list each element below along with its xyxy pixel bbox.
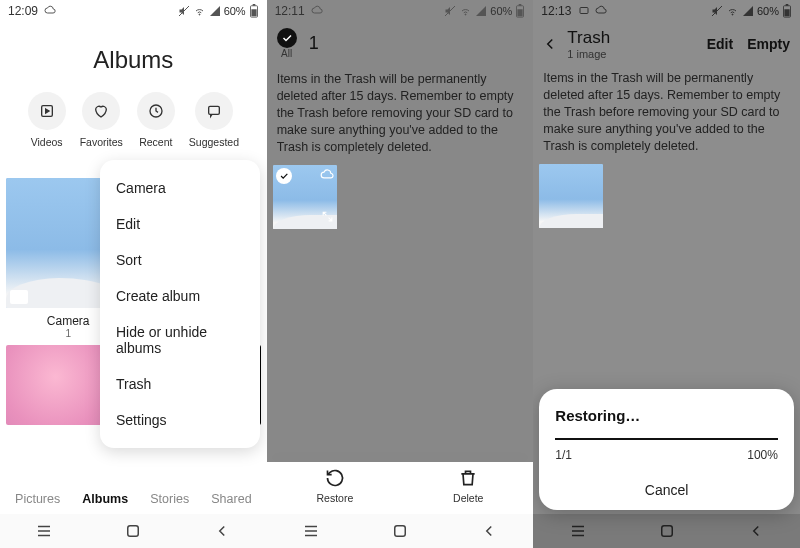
nav-back-icon[interactable] bbox=[480, 522, 498, 540]
trash-message: Items in the Trash will be permanently d… bbox=[533, 64, 800, 164]
tab-stories[interactable]: Stories bbox=[150, 492, 189, 506]
category-chips: Videos Favorites Recent Suggested bbox=[0, 92, 267, 148]
chip-suggested[interactable]: Suggested bbox=[189, 92, 239, 148]
progress-bar bbox=[555, 438, 778, 440]
mute-icon bbox=[444, 5, 456, 17]
trash-thumbnail[interactable] bbox=[273, 165, 337, 229]
trash-icon bbox=[458, 468, 478, 488]
bottom-tabs: Pictures Albums Stories Shared bbox=[0, 484, 267, 514]
nav-home-icon[interactable] bbox=[124, 522, 142, 540]
svg-point-13 bbox=[465, 14, 466, 15]
chip-videos[interactable]: Videos bbox=[28, 92, 66, 148]
svg-rect-21 bbox=[580, 8, 588, 14]
battery-icon bbox=[515, 4, 525, 18]
menu-hide-unhide[interactable]: Hide or unhide albums bbox=[100, 314, 260, 366]
signal-icon bbox=[475, 5, 487, 17]
menu-trash[interactable]: Trash bbox=[100, 366, 260, 402]
check-icon bbox=[281, 32, 293, 44]
trash-header: Trash 1 image Edit Empty bbox=[533, 22, 800, 64]
tab-shared[interactable]: Shared bbox=[211, 492, 251, 506]
mute-icon bbox=[178, 5, 190, 17]
chip-recent[interactable]: Recent bbox=[137, 92, 175, 148]
trash-subtitle: 1 image bbox=[567, 48, 698, 60]
trash-thumbnail[interactable] bbox=[539, 164, 603, 228]
status-right: 60% bbox=[444, 4, 525, 18]
progress-percent: 100% bbox=[747, 448, 778, 462]
svg-rect-16 bbox=[518, 9, 523, 16]
expand-icon[interactable] bbox=[321, 210, 334, 226]
empty-button[interactable]: Empty bbox=[747, 36, 790, 52]
nav-bar bbox=[267, 514, 534, 548]
menu-edit[interactable]: Edit bbox=[100, 206, 260, 242]
mute-icon bbox=[711, 5, 723, 17]
battery-icon bbox=[782, 4, 792, 18]
nav-recent-icon[interactable] bbox=[569, 522, 587, 540]
status-bar: 12:09 60% bbox=[0, 0, 267, 22]
back-icon[interactable] bbox=[541, 35, 559, 53]
svg-rect-25 bbox=[786, 4, 789, 6]
menu-sort[interactable]: Sort bbox=[100, 242, 260, 278]
clock-icon bbox=[148, 103, 164, 119]
progress-count: 1/1 bbox=[555, 448, 572, 462]
trash-title: Trash bbox=[567, 28, 698, 48]
battery-icon bbox=[249, 4, 259, 18]
nav-back-icon[interactable] bbox=[747, 522, 765, 540]
wifi-icon bbox=[193, 5, 206, 17]
nav-home-icon[interactable] bbox=[391, 522, 409, 540]
heart-icon bbox=[93, 103, 109, 119]
chat-icon bbox=[206, 103, 222, 119]
wifi-icon bbox=[726, 5, 739, 17]
select-all-label: All bbox=[281, 48, 292, 59]
nav-bar bbox=[533, 514, 800, 548]
camera-badge-icon bbox=[10, 290, 28, 304]
tab-pictures[interactable]: Pictures bbox=[15, 492, 60, 506]
battery-text: 60% bbox=[757, 5, 779, 17]
page-title: Albums bbox=[0, 46, 267, 74]
svg-rect-30 bbox=[661, 526, 672, 537]
edit-button[interactable]: Edit bbox=[707, 36, 733, 52]
context-menu: Camera Edit Sort Create album Hide or un… bbox=[100, 160, 260, 448]
dialog-title: Restoring… bbox=[555, 407, 778, 424]
status-bar: 12:13 60% bbox=[533, 0, 800, 22]
svg-rect-3 bbox=[252, 4, 255, 6]
status-time: 12:13 bbox=[541, 4, 607, 18]
menu-create-album[interactable]: Create album bbox=[100, 278, 260, 314]
restore-button[interactable]: Restore bbox=[317, 468, 354, 504]
cancel-button[interactable]: Cancel bbox=[555, 476, 778, 498]
svg-rect-26 bbox=[784, 9, 789, 16]
nav-recent-icon[interactable] bbox=[302, 522, 320, 540]
cloud-icon bbox=[320, 168, 334, 185]
status-right: 60% bbox=[711, 4, 792, 18]
nav-home-icon[interactable] bbox=[658, 522, 676, 540]
signal-icon bbox=[209, 5, 221, 17]
svg-rect-4 bbox=[251, 9, 256, 16]
nav-bar bbox=[0, 514, 267, 548]
menu-camera[interactable]: Camera bbox=[100, 170, 260, 206]
play-icon bbox=[39, 103, 55, 119]
restore-dialog: Restoring… 1/1 100% Cancel bbox=[539, 389, 794, 510]
status-time: 12:09 bbox=[8, 4, 56, 18]
svg-rect-11 bbox=[128, 526, 139, 537]
menu-settings[interactable]: Settings bbox=[100, 402, 260, 438]
status-right: 60% bbox=[178, 4, 259, 18]
status-bar: 12:11 60% bbox=[267, 0, 534, 22]
selection-header: All 1 bbox=[267, 22, 534, 65]
screen-trash-select: 12:11 60% All 1 Items in the Trash will … bbox=[267, 0, 534, 548]
screen-trash-restore: 12:13 60% Trash 1 image Edit Empty Items… bbox=[533, 0, 800, 548]
nav-back-icon[interactable] bbox=[213, 522, 231, 540]
trash-message: Items in the Trash will be permanently d… bbox=[267, 65, 534, 165]
delete-button[interactable]: Delete bbox=[453, 468, 483, 504]
thumb-check-icon bbox=[276, 168, 292, 184]
svg-point-1 bbox=[199, 14, 200, 15]
svg-rect-20 bbox=[395, 526, 406, 537]
chip-favorites[interactable]: Favorites bbox=[80, 92, 123, 148]
battery-text: 60% bbox=[224, 5, 246, 17]
restore-icon bbox=[325, 468, 345, 488]
tab-albums[interactable]: Albums bbox=[82, 492, 128, 506]
select-all-toggle[interactable] bbox=[277, 28, 297, 48]
svg-point-23 bbox=[732, 14, 733, 15]
svg-rect-15 bbox=[519, 4, 522, 6]
selected-count: 1 bbox=[309, 33, 319, 54]
wifi-icon bbox=[459, 5, 472, 17]
nav-recent-icon[interactable] bbox=[35, 522, 53, 540]
